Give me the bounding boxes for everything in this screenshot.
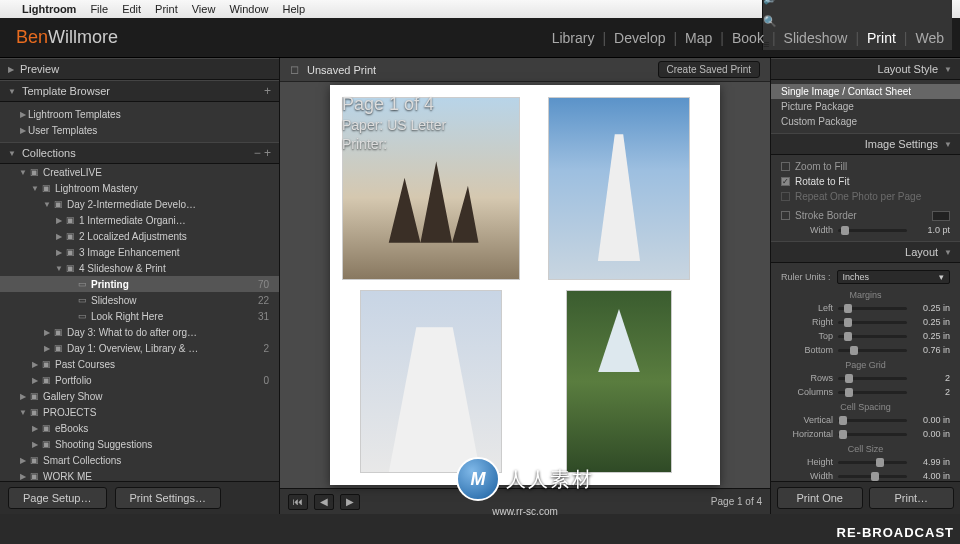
menu-file[interactable]: File — [90, 3, 108, 15]
module-slideshow[interactable]: Slideshow — [784, 30, 848, 46]
menu-help[interactable]: Help — [283, 3, 306, 15]
toolbar-page-label: Page 1 of 4 — [711, 496, 762, 507]
collection-row[interactable]: ▶▣Gallery Show — [0, 388, 279, 404]
collections-tree: ▼▣CreativeLIVE▼▣Lightroom Mastery▼▣Day 2… — [0, 164, 279, 481]
page-setup-button[interactable]: Page Setup… — [8, 487, 107, 509]
layout-header[interactable]: Layout▼ — [771, 241, 960, 263]
printer-overlay: Printer: — [342, 135, 446, 153]
cellsize-slider[interactable]: Height4.99 in — [771, 455, 960, 469]
collections-header[interactable]: ▼Collections− + — [0, 142, 279, 164]
pagegrid-slider[interactable]: Rows2 — [771, 371, 960, 385]
collection-row[interactable]: ▶▣3 Image Enhancement — [0, 244, 279, 260]
volume-icon[interactable]: 🔊 — [763, 0, 952, 5]
menu-edit[interactable]: Edit — [122, 3, 141, 15]
menu-view[interactable]: View — [192, 3, 216, 15]
collection-row[interactable]: ▶▣WORK ME — [0, 468, 279, 481]
preview-label: Preview — [20, 63, 59, 75]
margins-subhead: Margins — [771, 287, 960, 301]
layout-style-option[interactable]: Single Image / Contact Sheet — [771, 84, 960, 99]
stroke-border-checkbox[interactable]: Stroke Border — [771, 208, 960, 223]
preview-panel-header[interactable]: ▶Preview — [0, 58, 279, 80]
module-picker: Library| Develop| Map| Book| Slideshow| … — [552, 30, 944, 46]
pagegrid-subhead: Page Grid — [771, 357, 960, 371]
module-develop[interactable]: Develop — [614, 30, 665, 46]
module-web[interactable]: Web — [915, 30, 944, 46]
margin-slider[interactable]: Bottom0.76 in — [771, 343, 960, 357]
image-settings-header[interactable]: Image Settings▼ — [771, 133, 960, 155]
margin-slider[interactable]: Top0.25 in — [771, 329, 960, 343]
disclosure-icon: ▼ — [8, 87, 16, 96]
template-folder[interactable]: ▶Lightroom Templates — [0, 106, 279, 122]
module-print[interactable]: Print — [867, 30, 896, 46]
collection-row[interactable]: ▶▣eBooks — [0, 420, 279, 436]
template-folder[interactable]: ▶User Templates — [0, 122, 279, 138]
collection-row[interactable]: ▶▣Past Courses — [0, 356, 279, 372]
collection-row[interactable]: ▭Look Right Here31 — [0, 308, 279, 324]
margin-slider[interactable]: Right0.25 in — [771, 315, 960, 329]
soft-proof-icon[interactable]: ◻ — [290, 63, 299, 76]
collection-row[interactable]: ▼▣Day 2-Intermediate Develo… — [0, 196, 279, 212]
identity-plate: BenWillmore — [16, 27, 118, 48]
print-job-bar: ◻ Unsaved Print Create Saved Print — [280, 58, 770, 82]
margin-slider[interactable]: Left0.25 in — [771, 301, 960, 315]
disclosure-icon: ▼ — [944, 65, 952, 74]
collection-row[interactable]: ▼▣4 Slideshow & Print — [0, 260, 279, 276]
zoom-to-fill-checkbox[interactable]: Zoom to Fill — [771, 159, 960, 174]
layout-label: Layout — [905, 246, 938, 258]
collection-row[interactable]: ▶▣2 Localized Adjustments — [0, 228, 279, 244]
menu-window[interactable]: Window — [229, 3, 268, 15]
add-template-icon[interactable]: + — [264, 84, 271, 98]
print-one-button[interactable]: Print One — [777, 487, 863, 509]
app-menu[interactable]: Lightroom — [22, 3, 76, 15]
pagegrid-slider[interactable]: Columns2 — [771, 385, 960, 399]
module-library[interactable]: Library — [552, 30, 595, 46]
collection-row[interactable]: ▭Printing70 — [0, 276, 279, 292]
next-page-icon[interactable]: ▶ — [340, 494, 360, 510]
disclosure-icon: ▼ — [944, 140, 952, 149]
template-browser-header[interactable]: ▼Template Browser+ — [0, 80, 279, 102]
collection-row[interactable]: ▶▣1 Intermediate Organi… — [0, 212, 279, 228]
collections-label: Collections — [22, 147, 76, 159]
collection-row[interactable]: ▶▣Day 1: Overview, Library & …2 — [0, 340, 279, 356]
collections-minus-icon[interactable]: − — [254, 146, 261, 160]
rotate-to-fit-checkbox[interactable]: ✓Rotate to Fit — [771, 174, 960, 189]
cellsize-slider[interactable]: Width4.00 in — [771, 469, 960, 481]
first-page-icon[interactable]: ⏮ — [288, 494, 308, 510]
layout-style-header[interactable]: Layout Style▼ — [771, 58, 960, 80]
collection-row[interactable]: ▶▣Shooting Suggestions — [0, 436, 279, 452]
image-settings-label: Image Settings — [865, 138, 938, 150]
cellspacing-slider[interactable]: Horizontal0.00 in — [771, 427, 960, 441]
spotlight-icon[interactable]: 🔍 — [763, 15, 952, 28]
create-saved-print-button[interactable]: Create Saved Print — [658, 61, 761, 78]
print-canvas[interactable]: Page 1 of 4 Paper: US Letter Printer: M … — [280, 82, 770, 488]
print-cell-image[interactable] — [566, 290, 673, 473]
collection-row[interactable]: ▭Slideshow22 — [0, 292, 279, 308]
disclosure-icon: ▼ — [944, 248, 952, 257]
collection-row[interactable]: ▶▣Day 3: What to do after org… — [0, 324, 279, 340]
repeat-photo-checkbox[interactable]: Repeat One Photo per Page — [771, 189, 960, 204]
print-cell-image[interactable] — [548, 97, 690, 280]
page-number-overlay: Page 1 of 4 — [342, 93, 446, 116]
ruler-units-dropdown[interactable]: Ruler Units :Inches▾ — [771, 267, 960, 287]
center-panel: ◻ Unsaved Print Create Saved Print Page … — [280, 58, 770, 514]
disclosure-icon: ▶ — [8, 65, 14, 74]
template-browser-label: Template Browser — [22, 85, 110, 97]
collection-row[interactable]: ▼▣PROJECTS — [0, 404, 279, 420]
menu-print[interactable]: Print — [155, 3, 178, 15]
print-settings-button[interactable]: Print Settings… — [115, 487, 221, 509]
print-button[interactable]: Print… — [869, 487, 955, 509]
collection-row[interactable]: ▼▣CreativeLIVE — [0, 164, 279, 180]
module-map[interactable]: Map — [685, 30, 712, 46]
collection-row[interactable]: ▼▣Lightroom Mastery — [0, 180, 279, 196]
stroke-width-slider[interactable]: Width1.0 pt — [771, 223, 960, 237]
collection-row[interactable]: ▶▣Portfolio0 — [0, 372, 279, 388]
layout-style-option[interactable]: Picture Package — [771, 99, 960, 114]
cellspacing-slider[interactable]: Vertical0.00 in — [771, 413, 960, 427]
stroke-color-swatch[interactable] — [932, 211, 950, 221]
module-book[interactable]: Book — [732, 30, 764, 46]
layout-style-option[interactable]: Custom Package — [771, 114, 960, 129]
collections-plus-icon[interactable]: + — [264, 146, 271, 160]
prev-page-icon[interactable]: ◀ — [314, 494, 334, 510]
print-cell-image[interactable] — [360, 290, 502, 473]
collection-row[interactable]: ▶▣Smart Collections — [0, 452, 279, 468]
